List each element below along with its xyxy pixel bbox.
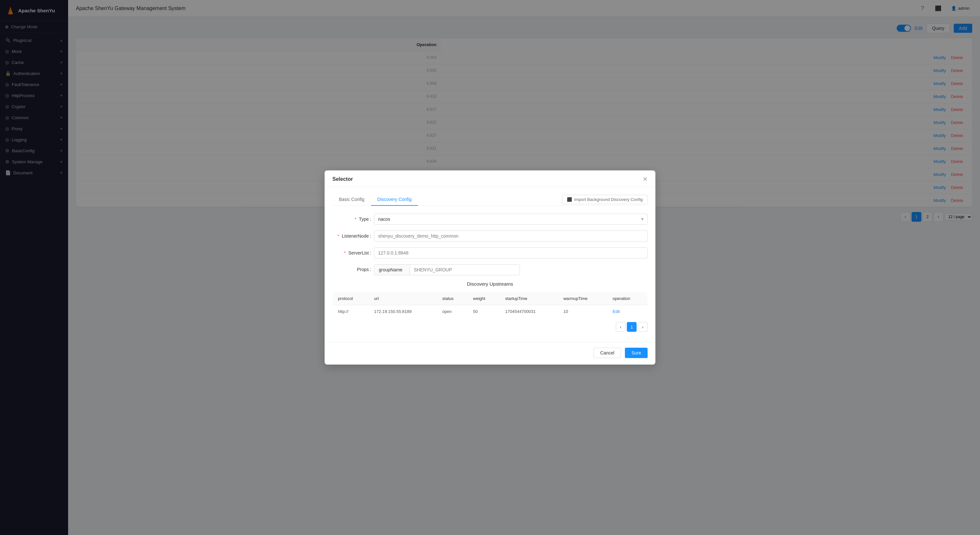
import-discovery-button[interactable]: ⬛ Import Background Discovery Config bbox=[562, 195, 648, 204]
disc-page-1-button[interactable]: 1 bbox=[627, 322, 636, 332]
disc-next-button[interactable]: › bbox=[638, 322, 648, 332]
modal-tabs: Basic Config Discovery Config ⬛ Import B… bbox=[332, 193, 648, 206]
row-edit-link[interactable]: Edit bbox=[612, 309, 620, 314]
cell-url: 172.19.150.55:8189 bbox=[369, 305, 437, 318]
col-warmup-time: warmupTime bbox=[558, 292, 608, 305]
modal-body: Basic Config Discovery Config ⬛ Import B… bbox=[325, 187, 655, 340]
cell-startup-time: 1704544700031 bbox=[500, 305, 558, 318]
required-star: * bbox=[344, 250, 346, 256]
type-label: * Type : bbox=[332, 217, 371, 222]
col-protocol: protocol bbox=[333, 292, 369, 305]
cell-weight: 50 bbox=[468, 305, 500, 318]
tab-list: Basic Config Discovery Config bbox=[332, 193, 418, 206]
server-list-row: * ServerList : bbox=[332, 248, 648, 259]
tab-basic-config[interactable]: Basic Config bbox=[332, 193, 371, 206]
props-key: groupName bbox=[374, 265, 410, 275]
props-key-value: groupName bbox=[374, 264, 520, 275]
type-select-wrapper: nacos ▼ bbox=[374, 214, 648, 225]
required-star: * bbox=[355, 217, 356, 222]
cell-protocol: http:// bbox=[333, 305, 369, 318]
listener-node-row: * ListenerNode : bbox=[332, 230, 648, 241]
sure-button[interactable]: Sure bbox=[625, 348, 648, 358]
cell-warmup-time: 10 bbox=[558, 305, 608, 318]
cancel-button[interactable]: Cancel bbox=[593, 348, 621, 358]
discovery-table: protocol url status weight startupTime w… bbox=[332, 292, 648, 318]
col-url: url bbox=[369, 292, 437, 305]
discovery-upstreams-title: Discovery Upstreams bbox=[332, 281, 648, 287]
tab-discovery-config[interactable]: Discovery Config bbox=[371, 193, 418, 206]
import-icon: ⬛ bbox=[567, 197, 572, 202]
col-startup-time: startupTime bbox=[500, 292, 558, 305]
modal-overlay: Selector ✕ Basic Config Discovery Config… bbox=[0, 0, 980, 535]
type-field-row: * Type : nacos ▼ bbox=[332, 214, 648, 225]
props-label-left: Props : bbox=[332, 264, 371, 272]
col-operation: operation bbox=[608, 292, 647, 305]
discovery-table-header-row: protocol url status weight startupTime w… bbox=[333, 292, 648, 305]
listener-node-input[interactable] bbox=[374, 230, 648, 241]
discovery-table-row: http:// 172.19.150.55:8189 open 50 17045… bbox=[333, 305, 648, 318]
required-star: * bbox=[337, 233, 339, 239]
server-list-label: * ServerList : bbox=[332, 250, 371, 256]
col-status: status bbox=[437, 292, 468, 305]
modal-title: Selector bbox=[332, 176, 353, 182]
listener-node-label: * ListenerNode : bbox=[332, 233, 371, 239]
modal-header: Selector ✕ bbox=[325, 171, 655, 187]
selector-modal: Selector ✕ Basic Config Discovery Config… bbox=[325, 171, 655, 364]
props-row: Props : groupName bbox=[332, 264, 648, 275]
props-value-input[interactable] bbox=[410, 265, 520, 275]
col-weight: weight bbox=[468, 292, 500, 305]
discovery-upstreams-section: Discovery Upstreams protocol url status … bbox=[332, 281, 648, 332]
disc-prev-button[interactable]: ‹ bbox=[616, 322, 625, 332]
type-select[interactable]: nacos bbox=[374, 214, 648, 225]
cell-status: open bbox=[437, 305, 468, 318]
discovery-pagination: ‹ 1 › bbox=[332, 322, 648, 332]
server-list-input[interactable] bbox=[374, 248, 648, 259]
cell-edit: Edit bbox=[608, 305, 647, 318]
modal-close-button[interactable]: ✕ bbox=[643, 176, 648, 182]
modal-footer: Cancel Sure bbox=[325, 342, 655, 364]
